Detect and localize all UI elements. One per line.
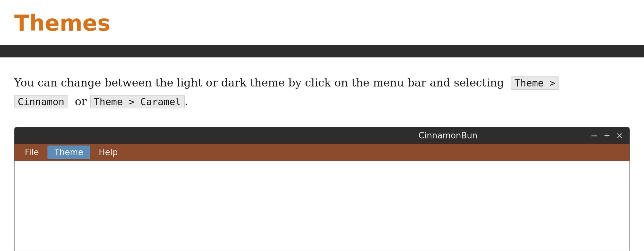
minimize-button[interactable]: − xyxy=(590,130,598,141)
app-window-title: CinnamonBun xyxy=(306,131,590,140)
description-text-or: or xyxy=(75,95,87,108)
code-theme-cinnamon-nav: Theme > xyxy=(511,76,559,90)
description-paragraph: You can change between the light or dark… xyxy=(14,74,630,111)
maximize-button[interactable]: + xyxy=(604,131,610,140)
description-text-part1: You can change between the light or dark… xyxy=(14,76,504,89)
page-title: Themes xyxy=(14,11,630,35)
close-button[interactable]: × xyxy=(616,131,623,140)
top-section: Themes xyxy=(0,0,644,45)
page-wrapper: Themes You can change between the light … xyxy=(0,0,644,251)
content-section: You can change between the light or dark… xyxy=(0,57,644,121)
code-theme-caramel: Theme > Caramel xyxy=(90,95,185,108)
app-titlebar: CinnamonBun − + × xyxy=(15,127,629,144)
menu-item-file[interactable]: File xyxy=(18,146,46,159)
description-period: . xyxy=(185,95,188,108)
app-window: CinnamonBun − + × File Theme Help xyxy=(14,127,630,251)
menu-item-help[interactable]: Help xyxy=(92,146,125,159)
window-controls: − + × xyxy=(590,130,623,141)
code-cinnamon: Cinnamon xyxy=(14,95,68,108)
app-menubar: File Theme Help xyxy=(15,144,629,161)
dark-divider-bar xyxy=(0,45,644,57)
menu-item-theme[interactable]: Theme xyxy=(47,146,91,159)
